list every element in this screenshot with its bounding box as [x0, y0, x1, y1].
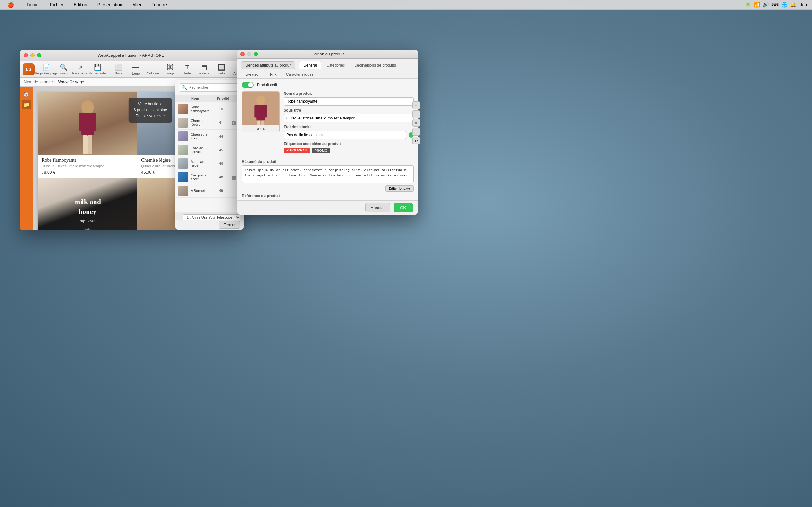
image-icon: 🖼	[167, 64, 173, 71]
subtitle-input[interactable]	[284, 114, 414, 122]
tab-declinaisons[interactable]: Déclinaisons de produits	[350, 61, 400, 69]
model-svg-1	[38, 92, 137, 155]
sidebar-icon-folder[interactable]: 📁	[21, 100, 31, 109]
zoom-icon: 🔍	[60, 63, 67, 71]
tab-prix[interactable]: Prix	[266, 70, 281, 78]
search-input[interactable]	[189, 85, 238, 90]
edit-close-button[interactable]	[241, 52, 245, 56]
resume-textarea[interactable]: Lorem ipsum dolor sit amet, consectetur …	[242, 165, 414, 183]
toolbar-btn-text[interactable]: T Texte	[179, 62, 195, 76]
col-thumb-header	[179, 97, 191, 101]
product-item-0[interactable]: Robe flamboyante Quisque ultrices urna i…	[38, 92, 137, 178]
tab-caracteristiques[interactable]: Caractéristiques	[282, 70, 318, 78]
badge-1: F	[232, 121, 236, 125]
table-header: Nom Priorité	[175, 95, 244, 102]
table-row-4[interactable]: Manteau large 46	[175, 157, 244, 170]
apple-menu[interactable]: 🍎	[5, 1, 16, 9]
button-icon: 🔲	[217, 63, 225, 71]
search-bar[interactable]: 🔍	[179, 83, 241, 92]
menu-aller[interactable]: Présentation	[96, 2, 124, 8]
edit-square-button[interactable]: □	[412, 128, 420, 135]
sidebar-icon-home[interactable]: 🏠	[21, 89, 31, 99]
ok-button[interactable]: OK	[394, 203, 413, 212]
menu-presentation[interactable]: Edition	[72, 2, 89, 8]
thumb-4	[178, 158, 188, 169]
toolbar-btn-column[interactable]: ☰ Colonne	[145, 62, 161, 76]
tab-general[interactable]: Général	[299, 61, 321, 69]
toolbar-btn-gallery[interactable]: ▦ Galerie	[196, 62, 212, 76]
edit-pen-button[interactable]: ✏	[412, 119, 420, 127]
edit-window: Edition du produit Lier des attributs au…	[237, 50, 418, 215]
table-row-1[interactable]: Chemise légère 41 F	[175, 116, 244, 130]
product-image-box: ◀ 4 ▶	[242, 91, 280, 132]
thumb-2	[178, 131, 188, 141]
row-priority-3: 45	[213, 148, 229, 152]
edit-maximize-button[interactable]	[254, 52, 258, 56]
toolbar-btn-image[interactable]: 🖼 Image	[162, 62, 178, 76]
toolbar-btn-zoom[interactable]: 🔍 Zoom	[55, 62, 71, 76]
edit-window-title: Edition du produit	[311, 52, 344, 56]
row-priority-5: 48	[213, 175, 229, 179]
edit-tabs: Lier des attributs au produit Général Ca…	[237, 59, 418, 78]
table-row-5[interactable]: Casquette sport 48 F	[175, 170, 244, 184]
link-attrs-button[interactable]: Lier des attributs au produit	[241, 61, 295, 69]
menu-fenetre[interactable]: Aller	[131, 2, 143, 8]
edit-undo-button[interactable]: ↩	[412, 137, 420, 145]
close-button[interactable]	[24, 53, 28, 57]
table-row-2[interactable]: Chaussure sport 44	[175, 130, 244, 143]
stock-input[interactable]	[284, 131, 406, 139]
reference-label: Référence du produit	[242, 193, 414, 198]
tooltip-line3: Publiez votre site	[134, 113, 167, 119]
row-name-1: Chemise légère	[191, 119, 211, 126]
toolbar-label-column: Colonne	[147, 72, 159, 75]
stock-row	[284, 131, 414, 139]
maximize-button[interactable]	[37, 53, 41, 57]
row-name-0: Robe flamboyante	[191, 105, 211, 113]
col-name-header: Nom	[191, 97, 215, 101]
minimize-button[interactable]	[31, 53, 35, 57]
menu-fichier[interactable]: Fichier	[25, 2, 42, 8]
menu-edition[interactable]: Fichier	[48, 2, 65, 8]
product-name-input[interactable]	[284, 97, 414, 106]
toolbar-btn-resources[interactable]: ✳ Ressources	[72, 62, 89, 76]
tooltip-line1: Votre boutique	[134, 101, 167, 107]
pagename-label: Nom de la page :	[24, 79, 55, 84]
tag-nouveau[interactable]: NOUVEAU	[284, 148, 310, 153]
table-row-6[interactable]: A Bonnet 49	[175, 184, 244, 198]
row-name-3: Livre de chevet	[191, 146, 211, 154]
table-row-3[interactable]: Livre de chevet 45	[175, 143, 244, 157]
tag-promo[interactable]: PROMO	[312, 148, 330, 153]
tab-categories[interactable]: Catégories	[322, 61, 349, 69]
edit-text-button[interactable]: Editer le texte	[386, 185, 414, 192]
product-item-2[interactable]: milk andhoney rupi kaur 🐝	[38, 178, 137, 230]
svg-rect-2	[79, 113, 84, 130]
tab-livraison[interactable]: Livraison	[241, 70, 264, 78]
product-active-row: Produit actif	[242, 82, 414, 88]
edit-minimize-button[interactable]	[247, 52, 251, 56]
toolbar-btn-save[interactable]: 💾 Sauvegarder	[90, 62, 106, 76]
toolbar-btn-properties[interactable]: 📄 Propriétés page	[38, 62, 54, 76]
product-image-nav[interactable]: ◀ 4 ▶	[242, 125, 280, 132]
product-active-toggle[interactable]	[242, 82, 254, 88]
table-row-0[interactable]: Robe flamboyante 10	[175, 102, 244, 116]
badge-5: F	[232, 176, 236, 180]
cancel-button[interactable]: Annuler	[365, 203, 391, 212]
tooltip-line2: 6 produits sont plac	[134, 107, 167, 113]
row-priority-6: 49	[213, 189, 229, 193]
zoom-out-button[interactable]: −	[412, 110, 420, 118]
toolbar-logo: ub	[22, 63, 35, 75]
edit-titlebar: Edition du produit	[237, 50, 418, 59]
save-icon: 💾	[94, 63, 102, 71]
toolbar-btn-box[interactable]: ⬜ Boite	[111, 62, 126, 76]
zoom-in-button[interactable]: +	[412, 101, 420, 109]
svg-rect-5	[88, 135, 92, 154]
fermer-button[interactable]: Fermer	[218, 221, 241, 229]
tooltip-overlay: Votre boutique 6 produits sont plac Publ…	[129, 98, 172, 123]
product-price-0: 78.00 €	[42, 170, 134, 175]
resources-icon: ✳	[78, 63, 84, 71]
row-name-2: Chaussure sport	[191, 132, 211, 140]
toolbar-label-save: Sauvegarder	[89, 72, 107, 75]
menu-aide[interactable]: Fenêtre	[149, 2, 168, 8]
toolbar-btn-button[interactable]: 🔲 Bouton	[213, 62, 229, 76]
toolbar-btn-line[interactable]: — Ligne	[128, 62, 144, 77]
